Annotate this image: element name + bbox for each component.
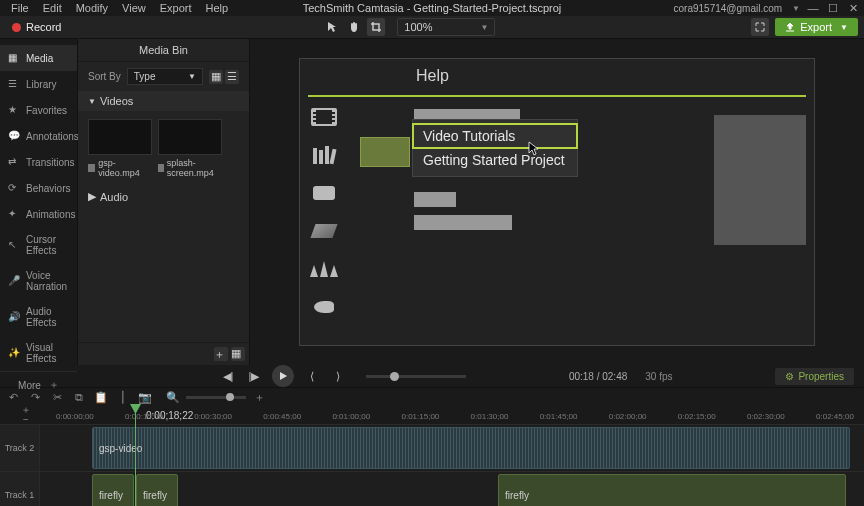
view-grid-button[interactable]: ▦	[209, 70, 223, 84]
gear-icon: ⚙	[785, 371, 794, 382]
step-fwd-button[interactable]: ⟨	[304, 368, 320, 384]
zoom-out-button[interactable]: 🔍	[166, 390, 180, 404]
menu-file[interactable]: File	[4, 0, 36, 16]
canvas-frame[interactable]: Help Video Tutori	[299, 58, 815, 346]
sidebar-item-label: Behaviors	[26, 183, 70, 194]
track-area[interactable]: gsp-video	[40, 425, 864, 471]
menu-edit[interactable]: Edit	[36, 0, 69, 16]
prev-frame-button[interactable]: ◀|	[220, 368, 236, 384]
zoom-in-button[interactable]: ＋	[252, 390, 266, 404]
track-remove-button[interactable]: −	[23, 416, 29, 424]
zoom-dropdown[interactable]: 100% ▼	[397, 18, 495, 36]
maximize-button[interactable]: ☐	[826, 1, 840, 15]
sidebar-item-visual-effects[interactable]: ✨Visual Effects	[0, 335, 77, 371]
help-menu-item-getting-started[interactable]: Getting Started Project	[413, 148, 577, 172]
track-label[interactable]: Track 1	[0, 472, 40, 506]
playback-time: 00:18 / 02:48	[569, 371, 627, 382]
hand-tool[interactable]	[345, 18, 363, 36]
menu-export[interactable]: Export	[153, 0, 199, 16]
zoom-value: 100%	[404, 21, 432, 33]
playback-fps: 30 fps	[645, 371, 672, 382]
audio-icon: 🔊	[8, 311, 20, 323]
sidebar-item-library[interactable]: ☰Library	[0, 71, 77, 97]
track-area[interactable]: fireflyfireflyfirefly	[40, 472, 864, 506]
minimize-button[interactable]: —	[806, 1, 820, 15]
next-frame-button[interactable]: ⟩	[330, 368, 346, 384]
sidebar-item-label: Cursor Effects	[26, 234, 69, 256]
view-list-button[interactable]: ☰	[225, 70, 239, 84]
redo-button[interactable]: ↷	[28, 390, 42, 404]
copy-button[interactable]: ⧉	[72, 390, 86, 404]
menu-bar: File Edit Modify View Export Help TechSm…	[0, 0, 864, 16]
track-add-button[interactable]: ＋	[21, 406, 31, 414]
sidebar-item-cursor-effects[interactable]: ↖Cursor Effects	[0, 227, 77, 263]
speed-slider[interactable]	[366, 375, 466, 378]
sidebar-item-annotations[interactable]: 💬Annotations	[0, 123, 77, 149]
sidebar-item-animations[interactable]: ✦Animations	[0, 201, 77, 227]
undo-button[interactable]: ↶	[6, 390, 20, 404]
sidebar-item-label: Favorites	[26, 105, 67, 116]
record-button[interactable]: Record	[6, 19, 67, 35]
close-button[interactable]: ✕	[846, 1, 860, 15]
sidebar-item-behaviors[interactable]: ⟳Behaviors	[0, 175, 77, 201]
voice-icon: 🎤	[8, 275, 20, 287]
clip-label: firefly	[143, 490, 167, 501]
track-label[interactable]: Track 2	[0, 425, 40, 471]
help-menu-item-tutorials[interactable]: Video Tutorials	[413, 124, 577, 148]
sidebar-item-transitions[interactable]: ⇄Transitions	[0, 149, 77, 175]
media-icon: ▦	[8, 52, 20, 64]
books-icon	[308, 145, 340, 165]
sort-dropdown[interactable]: Type▼	[127, 68, 203, 85]
crop-tool[interactable]	[367, 18, 385, 36]
help-dropdown-menu: Video Tutorials Getting Started Project	[412, 119, 578, 177]
paste-button[interactable]: 📋	[94, 390, 108, 404]
export-label: Export	[800, 21, 832, 33]
menu-modify[interactable]: Modify	[69, 0, 115, 16]
clip-icon	[88, 164, 95, 172]
media-bin: Media Bin Sort By Type▼ ▦ ☰ ▼Videos gsp-…	[78, 39, 250, 365]
selection-box	[360, 137, 410, 167]
timeline-clip[interactable]: gsp-video	[92, 427, 850, 469]
ruler-tick: 0:02:15;00	[678, 412, 716, 424]
sidebar-item-voice-narration[interactable]: 🎤Voice Narration	[0, 263, 77, 299]
step-back-button[interactable]: |▶	[246, 368, 262, 384]
triangles-icon	[308, 259, 340, 279]
sidebar-item-favorites[interactable]: ★Favorites	[0, 97, 77, 123]
playhead[interactable]	[135, 406, 136, 506]
play-button[interactable]	[272, 365, 294, 387]
tool-sidebar: ▦Media ☰Library ★Favorites 💬Annotations …	[0, 39, 78, 365]
screenshot-button[interactable]: 📷	[138, 390, 152, 404]
media-clip[interactable]: gsp-video.mp4	[88, 119, 152, 178]
properties-button[interactable]: ⚙ Properties	[775, 368, 854, 385]
timeline-clip[interactable]: firefly	[92, 474, 134, 506]
media-clip[interactable]: splash-screen.mp4	[158, 119, 222, 178]
sidebar-item-label: Annotations	[26, 131, 79, 142]
detach-canvas-button[interactable]	[751, 18, 769, 36]
timeline-clip[interactable]: firefly	[136, 474, 178, 506]
media-grid-button[interactable]: ▦	[231, 347, 245, 361]
folder-label: Videos	[100, 95, 133, 107]
video-left-icons	[308, 107, 340, 317]
timeline-clip[interactable]: firefly	[498, 474, 846, 506]
ruler-tick: 0:00:45;00	[263, 412, 301, 424]
folder-videos[interactable]: ▼Videos	[78, 91, 249, 111]
media-add-button[interactable]: ＋	[214, 347, 228, 361]
sidebar-item-media[interactable]: ▦Media	[0, 45, 77, 71]
cut-button[interactable]: ✂	[50, 390, 64, 404]
folder-audio[interactable]: ▶Audio	[78, 186, 249, 207]
animations-icon: ✦	[8, 208, 20, 220]
menu-help[interactable]: Help	[199, 0, 236, 16]
behaviors-icon: ⟳	[8, 182, 20, 194]
user-account[interactable]: cora915714@gmail.com	[674, 3, 783, 14]
menu-view[interactable]: View	[115, 0, 153, 16]
timeline-zoom-slider[interactable]	[186, 396, 246, 399]
sidebar-item-audio-effects[interactable]: 🔊Audio Effects	[0, 299, 77, 335]
export-button[interactable]: Export ▼	[775, 18, 858, 36]
ruler-tick: 0:02:00;00	[609, 412, 647, 424]
time-ruler[interactable]: 0:00:00;00 0:00:15;00 0:00:30;00 0:00:45…	[52, 412, 858, 424]
help-heading: Help	[416, 63, 449, 89]
clip-label: firefly	[505, 490, 529, 501]
split-button[interactable]: ⎮	[116, 390, 130, 404]
folder-label: Audio	[100, 191, 128, 203]
select-tool[interactable]	[323, 18, 341, 36]
